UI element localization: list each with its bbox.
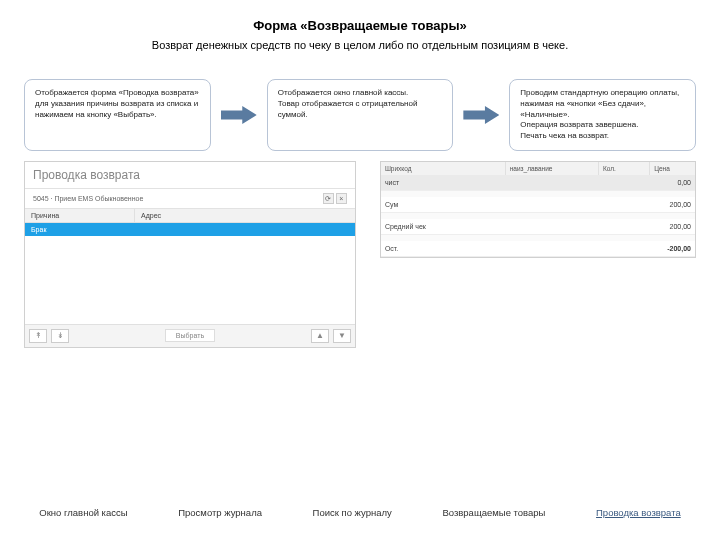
panel-heading: Проводка возврата — [25, 162, 355, 189]
table-empty-area — [25, 236, 355, 324]
cash-col-barcode: Шрихкод — [381, 162, 506, 175]
arrow-right-icon — [221, 106, 257, 124]
nav-up2-icon[interactable]: ▲ — [311, 329, 329, 343]
nav-down2-icon[interactable]: ▼ — [333, 329, 351, 343]
cash-col-qty: Кол. — [599, 162, 650, 175]
select-button[interactable]: Выбрать — [165, 329, 215, 342]
cash-row-total: Ост. -200,00 — [381, 241, 695, 257]
callout-2: Отображается окно главной кассы. Товар о… — [267, 79, 454, 151]
cash-row-label: чист — [381, 175, 641, 190]
footer-bar: ↟ ↡ Выбрать ▲ ▼ — [25, 324, 355, 347]
bottom-nav: Окно главной кассы Просмотр журнала Поис… — [0, 504, 720, 522]
cash-row-value: -200,00 — [641, 241, 695, 256]
arrow-right-icon — [463, 106, 499, 124]
nav-main-cash[interactable]: Окно главной кассы — [33, 504, 133, 522]
col-address: Адрес — [135, 209, 355, 222]
arrow-2-wrap — [459, 79, 503, 151]
nav-up-icon[interactable]: ↟ — [29, 329, 47, 343]
return-form-panel: Проводка возврата 5045 · Прием EMS Обыкн… — [24, 161, 356, 348]
nav-view-journal[interactable]: Просмотр журнала — [172, 504, 268, 522]
col-reason: Причина — [25, 209, 135, 222]
nav-returned-goods[interactable]: Возвращаемые товары — [436, 504, 551, 522]
close-icon[interactable]: × — [336, 193, 347, 204]
cash-row: чист 0,00 — [381, 175, 695, 191]
cash-col-name: наиз_лавание — [506, 162, 599, 175]
page-title: Форма «Возвращаемые товары» — [0, 18, 720, 33]
page-subtitle: Возврат денежных средств по чеку в целом… — [0, 39, 720, 51]
refresh-icon[interactable]: ⟳ — [323, 193, 334, 204]
cash-row-label: Сум — [381, 197, 641, 212]
callout-3: Проводим стандартную операцию оплаты, на… — [509, 79, 696, 151]
table-header: Причина Адрес — [25, 209, 355, 223]
nav-search-journal[interactable]: Поиск по журналу — [307, 504, 398, 522]
screenshot-left: Проводка возврата 5045 · Прием EMS Обыкн… — [24, 161, 356, 348]
cash-row: Сум 200,00 — [381, 197, 695, 213]
panel-subheading: 5045 · Прием EMS Обыкновенное ⟳ × — [25, 189, 355, 209]
cash-row: Средний чек 200,00 — [381, 219, 695, 235]
panel-icon-group: ⟳ × — [323, 193, 347, 204]
panel-sub-text: 5045 · Прием EMS Обыкновенное — [33, 195, 143, 202]
callout-1: Отображается форма «Проводка возврата» д… — [24, 79, 211, 151]
cash-header: Шрихкод наиз_лавание Кол. Цена — [381, 162, 695, 175]
cash-row-value: 0,00 — [641, 175, 695, 190]
callout-row: Отображается форма «Проводка возврата» д… — [24, 79, 696, 151]
nav-down-icon[interactable]: ↡ — [51, 329, 69, 343]
cash-row-value: 200,00 — [641, 219, 695, 234]
cash-row-label: Ост. — [381, 241, 641, 256]
arrow-1-wrap — [217, 79, 261, 151]
cash-row-label: Средний чек — [381, 219, 641, 234]
screenshots-row: Проводка возврата 5045 · Прием EMS Обыкн… — [24, 161, 696, 348]
cash-row-value: 200,00 — [641, 197, 695, 212]
selected-row[interactable]: Брак — [25, 223, 355, 236]
nav-return-posting[interactable]: Проводка возврата — [590, 504, 687, 522]
cash-col-price: Цена — [650, 162, 695, 175]
main-cash-panel: Шрихкод наиз_лавание Кол. Цена чист 0,00… — [380, 161, 696, 258]
screenshot-right: Шрихкод наиз_лавание Кол. Цена чист 0,00… — [380, 161, 696, 348]
